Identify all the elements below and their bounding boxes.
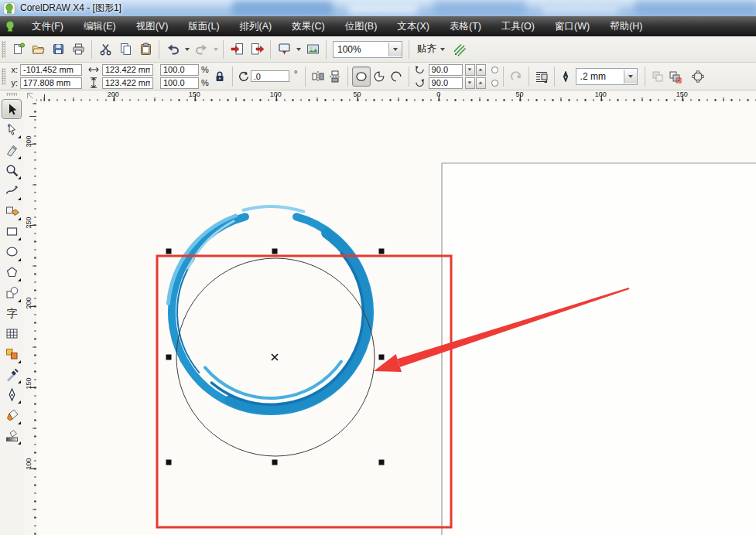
toolbar-grip[interactable]	[2, 41, 5, 58]
crop-tool[interactable]	[2, 140, 22, 160]
to-back-button[interactable]	[666, 67, 683, 86]
menu-arrange[interactable]: 排列(A)	[230, 16, 282, 36]
pick-tool[interactable]	[2, 99, 22, 119]
end-angle-radio[interactable]	[491, 80, 498, 87]
flyout-indicator-icon[interactable]	[18, 197, 21, 200]
rotation-angle-input[interactable]	[251, 70, 289, 82]
menu-window[interactable]: 窗口(W)	[545, 16, 600, 36]
x-position-input[interactable]	[20, 64, 82, 76]
import-button[interactable]	[227, 39, 247, 60]
menu-effects[interactable]: 效果(C)	[282, 16, 334, 36]
y-position-input[interactable]	[20, 77, 82, 89]
selection-handle[interactable]	[379, 460, 385, 465]
start-angle-up-button[interactable]	[476, 64, 486, 76]
table-tool[interactable]	[2, 323, 22, 343]
ruler-corner[interactable]	[23, 90, 37, 102]
lock-ratio-button[interactable]	[211, 67, 228, 86]
flyout-indicator-icon[interactable]	[18, 176, 21, 179]
selection-handle[interactable]	[272, 460, 278, 465]
flyout-indicator-icon[interactable]	[18, 441, 21, 445]
flyout-indicator-icon[interactable]	[18, 360, 21, 363]
selection-center-mark[interactable]	[272, 354, 278, 360]
start-angle-input[interactable]	[429, 64, 463, 76]
export-button[interactable]	[247, 39, 267, 60]
menu-view[interactable]: 视图(V)	[126, 16, 179, 36]
flyout-indicator-icon[interactable]	[18, 400, 21, 404]
page-area[interactable]	[442, 163, 756, 535]
selection-handle[interactable]	[166, 355, 172, 360]
application-launcher-button[interactable]	[274, 39, 294, 60]
paste-button[interactable]	[135, 39, 156, 60]
selection-handle[interactable]	[379, 355, 385, 360]
menu-text[interactable]: 文本(X)	[387, 16, 440, 36]
undo-button-dropdown[interactable]	[183, 39, 191, 60]
start-angle-down-button[interactable]	[465, 64, 475, 76]
menu-bitmaps[interactable]: 位图(B)	[335, 16, 388, 36]
pie-mode-button[interactable]	[371, 67, 388, 86]
ellipse-mode-button[interactable]	[352, 66, 371, 87]
flyout-indicator-icon[interactable]	[18, 156, 21, 159]
interactive-fill-tool[interactable]	[2, 425, 22, 445]
selection-handle[interactable]	[166, 249, 172, 254]
horizontal-ruler[interactable]: 20015010050050100150	[36, 90, 756, 102]
menu-help[interactable]: 帮助(H)	[600, 16, 652, 36]
convert-to-curves-button[interactable]	[689, 67, 706, 86]
scale-horizontal-input[interactable]	[160, 64, 199, 76]
menu-tools[interactable]: 工具(O)	[491, 16, 545, 36]
basic-shapes-tool[interactable]	[2, 283, 22, 303]
vertical-ruler[interactable]: 300250200150100	[23, 101, 37, 535]
fill-tool[interactable]	[2, 405, 22, 425]
polygon-tool[interactable]	[2, 262, 22, 282]
menu-file[interactable]: 文件(F)	[22, 16, 74, 36]
mirror-horizontal-button[interactable]	[310, 67, 327, 86]
eyedropper-tool[interactable]	[2, 364, 22, 384]
options-button[interactable]	[450, 39, 470, 60]
end-angle-up-button[interactable]	[476, 77, 486, 89]
object-width-input[interactable]	[102, 64, 153, 76]
menu-edit[interactable]: 编辑(E)	[74, 16, 126, 36]
interactive-blend-tool[interactable]	[2, 344, 22, 364]
ellipse-tool[interactable]	[2, 242, 22, 262]
arc-mode-button[interactable]	[388, 67, 405, 86]
end-angle-down-button[interactable]	[465, 77, 475, 89]
property-bar-grip[interactable]	[2, 68, 5, 85]
smart-fill-tool[interactable]	[2, 201, 22, 221]
mirror-vertical-button[interactable]	[327, 67, 344, 86]
cut-button[interactable]	[95, 39, 115, 60]
selection-handle[interactable]	[166, 460, 172, 465]
object-height-input[interactable]	[102, 77, 153, 89]
flyout-indicator-icon[interactable]	[18, 135, 21, 138]
rectangle-tool[interactable]	[2, 221, 22, 241]
flyout-indicator-icon[interactable]	[18, 217, 21, 220]
toolbox-grip[interactable]	[6, 93, 17, 96]
scale-vertical-input[interactable]	[160, 77, 199, 89]
new-document-button[interactable]	[8, 39, 28, 60]
snap-to-dropdown[interactable]: 贴齐	[412, 40, 450, 59]
shape-tool[interactable]	[2, 119, 22, 139]
outline-pen-tool[interactable]	[2, 384, 22, 404]
end-angle-input[interactable]	[429, 77, 463, 89]
flyout-indicator-icon[interactable]	[18, 299, 21, 302]
drawing-canvas[interactable]	[36, 101, 756, 535]
flyout-indicator-icon[interactable]	[18, 258, 21, 261]
flyout-indicator-icon[interactable]	[18, 278, 21, 281]
flyout-indicator-icon[interactable]	[18, 237, 21, 240]
print-button[interactable]	[68, 39, 88, 60]
welcome-screen-button[interactable]	[303, 39, 323, 60]
copy-button[interactable]	[115, 39, 135, 60]
flyout-indicator-icon[interactable]	[18, 421, 21, 424]
selection-handle[interactable]	[379, 249, 385, 254]
menu-table[interactable]: 表格(T)	[440, 16, 491, 36]
flyout-indicator-icon[interactable]	[18, 380, 21, 383]
outline-width-arrow[interactable]	[624, 70, 637, 83]
menu-layout[interactable]: 版面(L)	[178, 16, 229, 36]
freehand-tool[interactable]	[2, 181, 22, 201]
brush-stroke-circle[interactable]	[169, 206, 371, 411]
zoom-combo-arrow-icon[interactable]	[388, 43, 402, 56]
zoom-level-combo[interactable]: 100%	[333, 41, 402, 58]
undo-button[interactable]	[162, 39, 183, 60]
save-button[interactable]	[48, 39, 68, 60]
zoom-tool[interactable]	[2, 160, 22, 180]
outline-width-combo[interactable]: .2 mm	[576, 68, 638, 85]
start-angle-radio[interactable]	[491, 66, 498, 73]
